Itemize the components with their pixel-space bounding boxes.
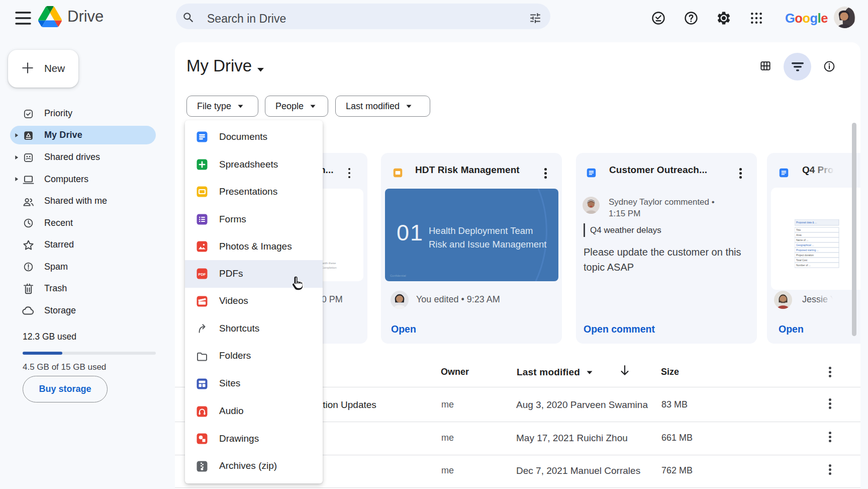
svg-text:PDF: PDF [199,272,206,277]
svg-text:Name of ...: Name of ... [796,238,808,241]
svg-text:Geographical ...: Geographical ... [796,243,814,247]
svg-text:Proposed starting ...: Proposed starting ... [796,249,819,252]
svg-text:Area: Area [796,233,802,236]
svg-text:Total Cost: Total Cost [796,259,808,262]
svg-text:Proposal data & ...: Proposal data & ... [796,221,817,224]
svg-text:Number of ...: Number of ... [796,264,811,267]
svg-text:Project duration: Project duration [796,254,814,257]
svg-text:Title: Title [796,228,801,231]
